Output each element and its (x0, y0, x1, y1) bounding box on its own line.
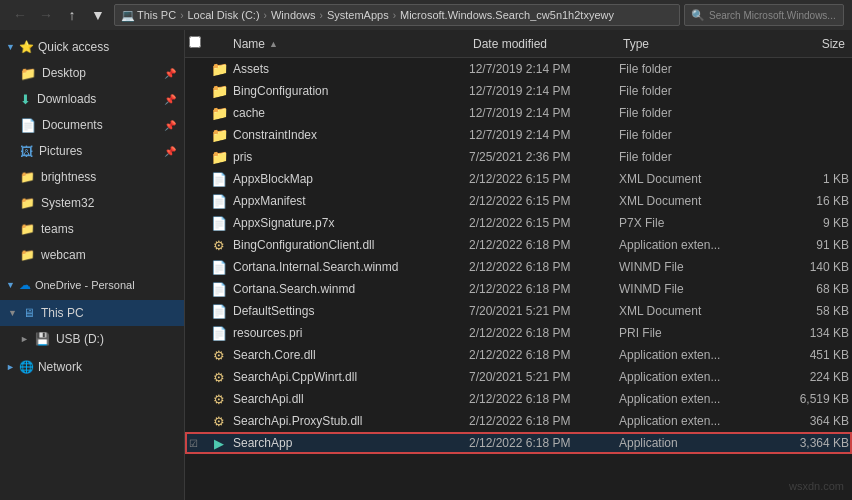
file-date: 12/7/2019 2:14 PM (469, 84, 619, 98)
table-row[interactable]: 📁 BingConfiguration 12/7/2019 2:14 PM Fi… (185, 80, 852, 102)
file-type-icon: 📁 (209, 149, 229, 165)
file-type: PRI File (619, 326, 769, 340)
up-button[interactable]: ↑ (60, 3, 84, 27)
folder-icon: 🖼 (20, 144, 33, 159)
recent-button[interactable]: ▼ (86, 3, 110, 27)
pin-icon: 📌 (164, 94, 176, 105)
file-type-icon: 📄 (209, 304, 229, 319)
sidebar-item-brightness[interactable]: 📁 brightness (0, 164, 184, 190)
dll-icon: ⚙ (213, 370, 225, 385)
file-type-icon: ⚙ (209, 238, 229, 253)
dll-icon: ⚙ (213, 414, 225, 429)
sidebar-item-documents[interactable]: 📄 Documents 📌 (0, 112, 184, 138)
search-box[interactable]: 🔍 Search Microsoft.Windows... (684, 4, 844, 26)
table-row[interactable]: 📄 AppxSignature.p7x 2/12/2022 6:15 PM P7… (185, 212, 852, 234)
table-row[interactable]: 📁 ConstraintIndex 12/7/2019 2:14 PM File… (185, 124, 852, 146)
sort-arrow-icon: ▲ (269, 39, 278, 49)
address-arrow-4: › (393, 10, 396, 21)
row-checkbox[interactable]: ☑ (189, 438, 209, 449)
sidebar-item-desktop[interactable]: 📁 Desktop 📌 (0, 60, 184, 86)
file-date: 2/12/2022 6:18 PM (469, 326, 619, 340)
file-type: File folder (619, 106, 769, 120)
usb-icon: 💾 (35, 332, 50, 346)
forward-button[interactable]: → (34, 3, 58, 27)
sidebar-item-label: Documents (42, 118, 103, 132)
file-type-icon: ⚙ (209, 348, 229, 363)
sidebar-item-pictures[interactable]: 🖼 Pictures 📌 (0, 138, 184, 164)
sidebar-item-teams[interactable]: 📁 teams (0, 216, 184, 242)
file-date: 7/20/2021 5:21 PM (469, 304, 619, 318)
sidebar-item-webcam[interactable]: 📁 webcam (0, 242, 184, 268)
size-col-label: Size (822, 37, 845, 51)
file-date: 7/25/2021 2:36 PM (469, 150, 619, 164)
file-type: Application exten... (619, 238, 769, 252)
table-row[interactable]: 📄 Cortana.Search.winmd 2/12/2022 6:18 PM… (185, 278, 852, 300)
sidebar-item-this-pc[interactable]: ▼ 🖥 This PC (0, 300, 184, 326)
name-col-header[interactable]: Name ▲ (229, 37, 469, 51)
sidebar-item-downloads[interactable]: ⬇ Downloads 📌 (0, 86, 184, 112)
sidebar-item-label: webcam (41, 248, 86, 262)
size-col-header[interactable]: Size (769, 37, 849, 51)
file-type: File folder (619, 62, 769, 76)
file-type-icon: ⚙ (209, 392, 229, 407)
table-row[interactable]: ⚙ SearchApi.dll 2/12/2022 6:18 PM Applic… (185, 388, 852, 410)
table-row[interactable]: 📄 DefaultSettings 7/20/2021 5:21 PM XML … (185, 300, 852, 322)
file-name: ConstraintIndex (229, 128, 469, 142)
onedrive-section[interactable]: ▼ ☁ OneDrive - Personal (0, 272, 184, 298)
address-segment-pc: 💻 This PC (121, 9, 176, 22)
file-name: SearchApi.CppWinrt.dll (229, 370, 469, 384)
table-row[interactable]: 📁 Assets 12/7/2019 2:14 PM File folder (185, 58, 852, 80)
back-button[interactable]: ← (8, 3, 32, 27)
sidebar-item-usb[interactable]: ► 💾 USB (D:) (0, 326, 184, 352)
xml-icon: 📄 (211, 194, 227, 209)
table-row[interactable]: 📄 Cortana.Internal.Search.winmd 2/12/202… (185, 256, 852, 278)
table-row[interactable]: 📁 pris 7/25/2021 2:36 PM File folder (185, 146, 852, 168)
file-name: resources.pri (229, 326, 469, 340)
file-icon: 📄 (211, 216, 227, 231)
file-size: 1 KB (769, 172, 849, 186)
table-row[interactable]: ⚙ SearchApi.CppWinrt.dll 7/20/2021 5:21 … (185, 366, 852, 388)
file-name: Cortana.Internal.Search.winmd (229, 260, 469, 274)
file-date: 12/7/2019 2:14 PM (469, 106, 619, 120)
file-type: XML Document (619, 304, 769, 318)
folder-icon: 📁 (211, 149, 228, 165)
file-size: 68 KB (769, 282, 849, 296)
file-type-icon: 📄 (209, 282, 229, 297)
quick-access-label: Quick access (38, 40, 109, 54)
file-type: WINMD File (619, 282, 769, 296)
folder-icon: 📁 (20, 222, 35, 236)
table-row[interactable]: ☑ ▶ SearchApp 2/12/2022 6:18 PM Applicat… (185, 432, 852, 454)
folder-icon: 📁 (20, 170, 35, 184)
network-section[interactable]: ► 🌐 Network (0, 354, 184, 380)
this-pc-label: This PC (41, 306, 84, 320)
table-row[interactable]: 📁 cache 12/7/2019 2:14 PM File folder (185, 102, 852, 124)
file-type: Application exten... (619, 370, 769, 384)
star-icon: ⭐ (19, 40, 34, 54)
file-date: 2/12/2022 6:15 PM (469, 194, 619, 208)
folder-icon: 📁 (211, 61, 228, 77)
name-col-label: Name (233, 37, 265, 51)
table-row[interactable]: 📄 resources.pri 2/12/2022 6:18 PM PRI Fi… (185, 322, 852, 344)
file-type: P7X File (619, 216, 769, 230)
table-row[interactable]: 📄 AppxBlockMap 2/12/2022 6:15 PM XML Doc… (185, 168, 852, 190)
folder-icon: 📁 (211, 83, 228, 99)
file-date: 2/12/2022 6:18 PM (469, 282, 619, 296)
pin-icon: 📌 (164, 146, 176, 157)
table-row[interactable]: ⚙ SearchApi.ProxyStub.dll 2/12/2022 6:18… (185, 410, 852, 432)
type-col-header[interactable]: Type (619, 37, 769, 51)
file-type-icon: 📄 (209, 216, 229, 231)
file-name: AppxBlockMap (229, 172, 469, 186)
table-row[interactable]: ⚙ Search.Core.dll 2/12/2022 6:18 PM Appl… (185, 344, 852, 366)
quick-access-section[interactable]: ▼ ⭐ Quick access (0, 34, 184, 60)
address-bar[interactable]: 💻 This PC › Local Disk (C:) › Windows › … (114, 4, 680, 26)
folder-icon: 📄 (20, 118, 36, 133)
date-col-header[interactable]: Date modified (469, 37, 619, 51)
file-size: 16 KB (769, 194, 849, 208)
sidebar-item-system32[interactable]: 📁 System32 (0, 190, 184, 216)
select-all-checkbox[interactable] (189, 36, 201, 48)
file-date: 2/12/2022 6:18 PM (469, 392, 619, 406)
address-segment-search: Microsoft.Windows.Search_cw5n1h2txyewy (400, 9, 614, 21)
table-row[interactable]: 📄 AppxManifest 2/12/2022 6:15 PM XML Doc… (185, 190, 852, 212)
table-row[interactable]: ⚙ BingConfigurationClient.dll 2/12/2022 … (185, 234, 852, 256)
xml-icon: 📄 (211, 304, 227, 319)
